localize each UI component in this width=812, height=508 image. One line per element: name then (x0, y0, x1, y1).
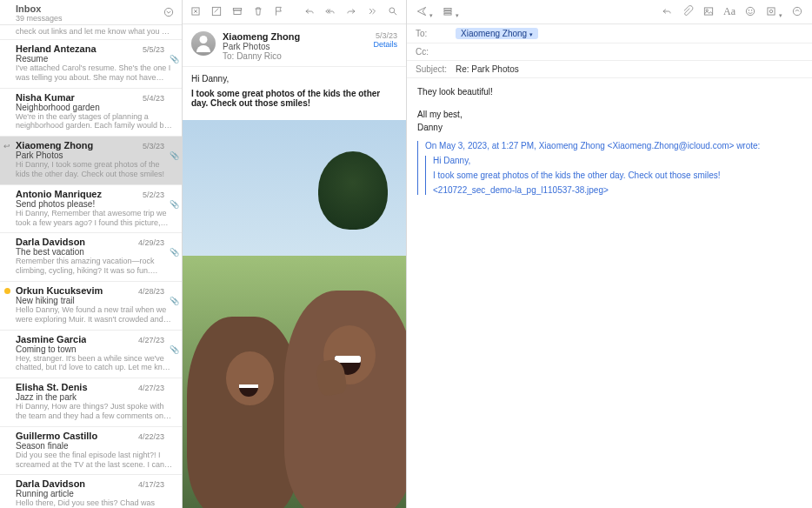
message-item[interactable]: Antonio Manriquez5/2/23Send photos pleas… (0, 185, 182, 234)
svg-point-13 (751, 10, 752, 10)
svg-rect-9 (704, 7, 712, 14)
msg-date: 5/2/23 (143, 190, 164, 199)
msg-date: 5/4/23 (143, 94, 164, 103)
viewer-text: I took some great photos of the kids the… (191, 89, 397, 108)
msg-preview: Hi Danny, How are things? Just spoke wit… (16, 402, 173, 421)
trash-icon[interactable] (252, 5, 264, 19)
msg-preview: Hey, stranger. It's been a while since w… (16, 354, 173, 373)
svg-rect-2 (212, 7, 220, 15)
replied-icon: ↩ (3, 142, 10, 150)
svg-rect-7 (444, 10, 451, 12)
send-icon[interactable] (416, 5, 433, 19)
msg-preview: Did you see the final episode last night… (16, 451, 173, 470)
message-list-pane: Inbox 39 messages check out links and le… (0, 0, 183, 508)
compose-signoff1: All my best, (417, 110, 802, 119)
viewer-date: 5/3/23 (373, 31, 397, 40)
msg-sender: Guillermo Castillo (16, 431, 97, 441)
viewer-toolbar (183, 0, 406, 24)
msg-subject: Neighborhood garden (16, 103, 173, 112)
flag-icon[interactable] (273, 5, 285, 19)
format-icon[interactable]: Aa (723, 5, 735, 18)
compose-to-row[interactable]: To: Xiaomeng Zhong (407, 24, 812, 43)
sender-avatar[interactable] (191, 31, 216, 56)
viewer-attachment-image[interactable] (183, 120, 406, 508)
msg-date: 4/29/23 (138, 238, 164, 247)
reply-icon[interactable] (303, 5, 315, 19)
compose-cc-row[interactable]: Cc: (407, 43, 812, 61)
msg-subject: Jazz in the park (16, 392, 173, 402)
unread-dot (4, 288, 10, 294)
msg-date: 4/27/23 (138, 384, 164, 392)
msg-preview: Hi Danny, Remember that awesome trip we … (16, 209, 173, 228)
details-link[interactable]: Details (373, 40, 397, 49)
header-fields-icon[interactable] (442, 5, 459, 19)
message-item[interactable]: Elisha St. Denis4/27/23Jazz in the parkH… (0, 378, 182, 427)
reply-all-icon[interactable] (324, 5, 336, 19)
drawing-icon[interactable] (791, 5, 803, 19)
svg-point-16 (793, 7, 801, 15)
message-item[interactable]: Nisha Kumar5/4/23Neighborhood gardenWe'r… (0, 89, 182, 137)
msg-sender: Antonio Manriquez (16, 189, 102, 199)
msg-sender: Xiaomeng Zhong (16, 140, 93, 150)
msg-subject: Season finale (16, 441, 173, 451)
msg-date: 4/28/23 (138, 287, 164, 296)
message-list[interactable]: check out links and let me know what you… (0, 25, 182, 508)
message-item[interactable]: Darla Davidson4/29/23The best vacationRe… (0, 233, 182, 282)
viewer-from: Xiaomeng Zhong (223, 31, 366, 42)
subject-field[interactable]: Re: Park Photos (456, 64, 803, 74)
photo-icon[interactable] (702, 5, 715, 19)
link-icon[interactable] (765, 5, 782, 19)
compose-intro: They look beautiful! (417, 87, 802, 97)
message-item[interactable]: Guillermo Castillo4/22/23Season finaleDi… (0, 427, 182, 476)
msg-date: 4/27/23 (138, 336, 164, 344)
prev-message-fragment[interactable]: check out links and let me know what you… (0, 25, 182, 40)
forward-icon[interactable] (345, 5, 357, 19)
quote-attachment: <210722_sec_demo-la_pg_l110537-38.jpeg> (433, 185, 802, 195)
cc-label: Cc: (416, 47, 456, 57)
svg-point-0 (164, 8, 172, 16)
msg-preview: I've attached Carol's resume. She's the … (16, 64, 173, 83)
more-icon[interactable] (366, 5, 378, 19)
attachment-icon: 📎 (170, 345, 179, 354)
msg-sender: Jasmine Garcia (16, 334, 86, 344)
viewer-subject: Park Photos (223, 42, 366, 51)
attach-icon[interactable] (682, 5, 694, 19)
msg-subject: Coming to town (16, 344, 173, 354)
subject-label: Subject: (416, 64, 456, 74)
msg-sender: Orkun Kucuksevim (16, 285, 103, 296)
search-icon[interactable] (387, 5, 399, 19)
compose-pane: Aa To: Xiaomeng Zhong Cc: Subject: Re: P… (407, 0, 812, 508)
junk-icon[interactable] (190, 5, 202, 19)
compose-subject-row[interactable]: Subject: Re: Park Photos (407, 61, 812, 78)
msg-subject: Park Photos (16, 150, 173, 160)
svg-rect-8 (444, 13, 451, 15)
svg-point-12 (749, 10, 749, 10)
quote-body: I took some great photos of the kids the… (433, 170, 802, 180)
viewer-to-line: To: Danny Rico (223, 51, 366, 61)
message-item[interactable]: Jasmine Garcia4/27/23Coming to townHey, … (0, 331, 182, 379)
compose-icon[interactable] (210, 5, 223, 19)
compose-toolbar: Aa (407, 0, 812, 24)
svg-rect-4 (234, 10, 241, 14)
msg-date: 4/17/23 (138, 480, 164, 489)
quoted-block: On May 3, 2023, at 1:27 PM, Xiaomeng Zho… (417, 141, 802, 195)
reply-compose-icon[interactable] (661, 5, 673, 19)
msg-subject: Resume (16, 54, 173, 64)
recipient-chip[interactable]: Xiaomeng Zhong (456, 28, 538, 39)
quote-greeting: Hi Danny, (433, 156, 802, 165)
msg-subject: Send photos please! (16, 199, 173, 209)
archive-icon[interactable] (231, 5, 243, 19)
message-item[interactable]: Darla Davidson4/17/23Running articleHell… (0, 475, 182, 508)
message-item[interactable]: Herland Antezana5/5/23ResumeI've attache… (0, 40, 182, 89)
filter-icon[interactable] (163, 6, 175, 20)
msg-date: 4/22/23 (138, 432, 164, 441)
msg-sender: Darla Davidson (16, 478, 85, 489)
message-item[interactable]: Orkun Kucuksevim4/28/23New hiking trailH… (0, 282, 182, 331)
attachment-icon: 📎 (170, 151, 179, 160)
svg-point-15 (769, 10, 773, 13)
compose-body[interactable]: They look beautiful! All my best, Danny … (407, 78, 812, 209)
attachment-icon: 📎 (170, 55, 179, 64)
emoji-icon[interactable] (744, 5, 756, 19)
message-item[interactable]: ↩Xiaomeng Zhong5/3/23Park PhotosHi Danny… (0, 137, 182, 185)
msg-preview: Hi Danny, I took some great photos of th… (16, 160, 173, 179)
